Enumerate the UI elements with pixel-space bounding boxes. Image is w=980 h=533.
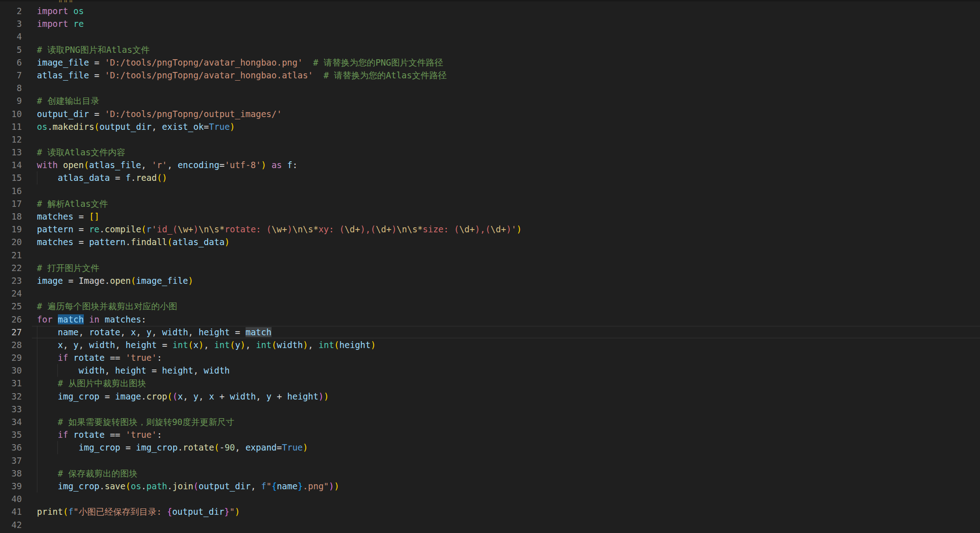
code-token: 'D:/tools/pngTopng/avatar_hongbao.png': [105, 57, 303, 67]
code-line[interactable]: 16: [0, 184, 980, 197]
code-token: \w+: [178, 224, 193, 234]
code-line[interactable]: 24: [0, 287, 980, 300]
line-number[interactable]: 14: [0, 159, 22, 171]
code-line[interactable]: 28 x, y, width, height = int(x), int(y),…: [0, 338, 980, 351]
code-line[interactable]: 32 img_crop = image.crop((x, y, x + widt…: [0, 390, 980, 403]
line-number[interactable]: 33: [0, 403, 22, 415]
code-token: .: [99, 481, 104, 491]
line-number[interactable]: 24: [0, 287, 22, 300]
code-token: ': [511, 224, 516, 234]
code-line[interactable]: 12: [0, 133, 980, 146]
code-line[interactable]: 41print(f"小图已经保存到目录: {output_dir}"): [0, 505, 980, 518]
code-line[interactable]: 35 if rotate == 'true':: [0, 428, 980, 441]
code-token: height: [126, 340, 157, 350]
code-token: (: [454, 224, 459, 234]
code-line[interactable]: 19pattern = re.compile(r'id_(\w+)\n\s*ro…: [0, 223, 980, 236]
code-line[interactable]: 22# 打开图片文件: [0, 261, 980, 274]
line-number[interactable]: 16: [0, 184, 22, 197]
code-line[interactable]: 4: [0, 30, 980, 43]
code-line[interactable]: 40: [0, 492, 980, 505]
line-number[interactable]: 36: [0, 441, 22, 454]
line-number[interactable]: 2: [0, 5, 22, 17]
code-line[interactable]: 26for match in matches:: [0, 313, 980, 326]
code-line[interactable]: 21: [0, 249, 980, 261]
line-number[interactable]: 17: [0, 197, 22, 210]
code-line[interactable]: 7atlas_file = 'D:/tools/pngTopng/avatar_…: [0, 69, 980, 82]
code-line[interactable]: 34 # 如果需要旋转图块，则旋转90度并更新尺寸: [0, 415, 980, 428]
code-line[interactable]: 42: [0, 518, 980, 531]
code-line[interactable]: 8: [0, 82, 980, 94]
code-line[interactable]: 3import re: [0, 17, 980, 30]
line-number[interactable]: 38: [0, 467, 22, 480]
line-number[interactable]: 11: [0, 120, 22, 133]
code-line[interactable]: 17# 解析Atlas文件: [0, 197, 980, 210]
code-token: .: [47, 122, 52, 132]
line-number[interactable]: 42: [0, 518, 22, 531]
line-number[interactable]: 29: [0, 351, 22, 364]
line-number[interactable]: 19: [0, 223, 22, 236]
code-line[interactable]: 14with open(atlas_file, 'r', encoding='u…: [0, 159, 980, 171]
code-line[interactable]: 23image = Image.open(image_file): [0, 274, 980, 287]
line-number[interactable]: 15: [0, 171, 22, 184]
code-line[interactable]: 36 img_crop = img_crop.rotate(-90, expan…: [0, 441, 980, 454]
line-number[interactable]: 13: [0, 146, 22, 159]
line-number[interactable]: 4: [0, 30, 22, 43]
line-number[interactable]: 9: [0, 94, 22, 107]
code-line[interactable]: 29 if rotate == 'true':: [0, 351, 980, 364]
code-line[interactable]: 11os.makedirs(output_dir, exist_ok=True): [0, 120, 980, 133]
line-number[interactable]: 31: [0, 377, 22, 390]
code-line[interactable]: 31 # 从图片中裁剪出图块: [0, 377, 980, 390]
code-line[interactable]: 6image_file = 'D:/tools/pngTopng/avatar_…: [0, 56, 980, 69]
line-number[interactable]: 32: [0, 390, 22, 403]
code-token: path: [146, 481, 167, 491]
line-number[interactable]: 6: [0, 56, 22, 69]
line-number[interactable]: 10: [0, 108, 22, 120]
line-number[interactable]: 34: [0, 415, 22, 428]
line-number[interactable]: 35: [0, 428, 22, 441]
code-token: ): [235, 507, 240, 517]
line-number[interactable]: 30: [0, 364, 22, 377]
line-number[interactable]: 3: [0, 17, 22, 30]
line-number[interactable]: 25: [0, 300, 22, 313]
code-line[interactable]: 13# 读取Atlas文件内容: [0, 146, 980, 159]
code-line[interactable]: 15 atlas_data = f.read(): [0, 171, 980, 184]
code-token: ): [329, 481, 334, 491]
code-line[interactable]: 20matches = pattern.findall(atlas_data): [0, 236, 980, 248]
line-number[interactable]: 21: [0, 249, 22, 261]
code-line-current[interactable]: 27 name, rotate, x, y, width, height = m…: [0, 326, 980, 338]
code-line[interactable]: 37: [0, 454, 980, 467]
editor[interactable]: 2import os3import re45# 读取PNG图片和Atlas文件6…: [0, 0, 980, 533]
code-line[interactable]: 9# 创建输出目录: [0, 94, 980, 107]
line-number[interactable]: 40: [0, 492, 22, 505]
line-number[interactable]: 8: [0, 82, 22, 94]
line-number[interactable]: 27: [0, 326, 22, 338]
code-line[interactable]: 39 img_crop.save(os.path.join(output_dir…: [0, 480, 980, 492]
code-line[interactable]: 5# 读取PNG图片和Atlas文件: [0, 43, 980, 56]
code-line[interactable]: 30 width, height = height, width: [0, 364, 980, 377]
code-line[interactable]: 33: [0, 403, 980, 415]
code-token: "小图已经保存到目录:: [73, 507, 167, 517]
code-token: :: [141, 314, 146, 324]
code-token: # 解析Atlas文件: [37, 199, 108, 209]
line-number[interactable]: 22: [0, 261, 22, 274]
code-line[interactable]: 38 # 保存裁剪出的图块: [0, 467, 980, 480]
code-line[interactable]: 25# 遍历每个图块并裁剪出对应的小图: [0, 300, 980, 313]
line-number[interactable]: 18: [0, 210, 22, 223]
line-number[interactable]: 37: [0, 454, 22, 467]
line-number[interactable]: 20: [0, 236, 22, 248]
line-number[interactable]: 26: [0, 313, 22, 326]
line-number[interactable]: 23: [0, 274, 22, 287]
code-line[interactable]: 10output_dir = 'D:/tools/pngTopng/output…: [0, 108, 980, 120]
code-line[interactable]: 2import os: [0, 5, 980, 17]
code-line[interactable]: 18matches = []: [0, 210, 980, 223]
line-number[interactable]: 5: [0, 43, 22, 56]
code-token: \w+: [272, 224, 287, 234]
code-token: .png": [303, 481, 329, 491]
line-number[interactable]: 41: [0, 505, 22, 518]
line-number[interactable]: 39: [0, 480, 22, 492]
line-number[interactable]: 28: [0, 338, 22, 351]
line-number[interactable]: 7: [0, 69, 22, 82]
line-number[interactable]: 12: [0, 133, 22, 146]
code-token: img_crop: [58, 391, 100, 401]
code-token: +: [214, 391, 230, 401]
